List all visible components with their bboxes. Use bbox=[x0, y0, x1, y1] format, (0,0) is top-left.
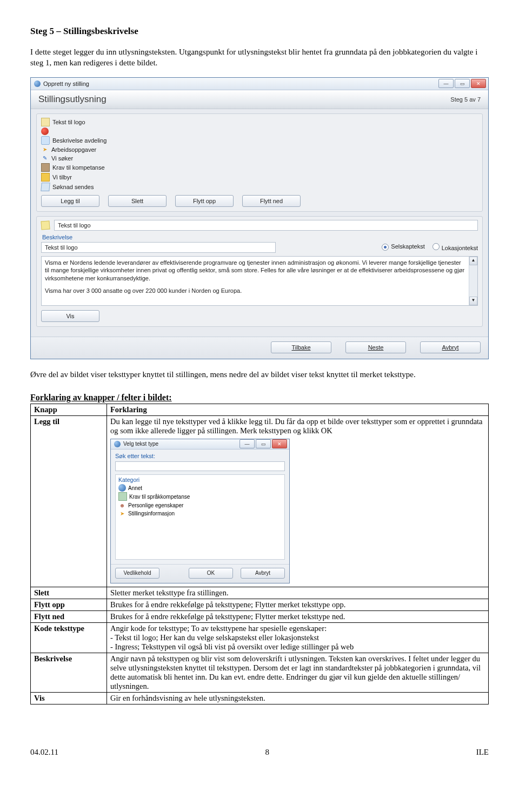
row-text-vis: Gir en forhåndsvisning av hele utlysning… bbox=[107, 692, 489, 704]
description-textarea[interactable]: Visma er Nordens ledende leverandører av… bbox=[41, 256, 478, 306]
list-item-label: Søknad sendes bbox=[52, 184, 94, 190]
move-up-button[interactable]: Flytt opp bbox=[175, 195, 234, 207]
chat-icon bbox=[41, 136, 50, 145]
explanation-section-title: Forklaring av knapper / felter i bildet: bbox=[30, 393, 489, 402]
list-item-label: Vi søker bbox=[51, 155, 73, 162]
scrollbar[interactable]: ▲ ▼ bbox=[469, 257, 477, 305]
arrow-icon: ➤ bbox=[41, 146, 49, 153]
row-text-flytt-opp: Brukes for å endre rekkefølge på tekstty… bbox=[107, 599, 489, 610]
next-button[interactable]: Neste bbox=[345, 341, 406, 353]
window-titlebar: Opprett ny stilling — ▭ ✕ bbox=[31, 78, 488, 90]
list-item[interactable]: Tekst til logo bbox=[41, 117, 478, 127]
main-window: Opprett ny stilling — ▭ ✕ Stillingsutlys… bbox=[30, 77, 489, 359]
list-item[interactable] bbox=[41, 127, 478, 136]
popup-search-input[interactable] bbox=[115, 461, 285, 471]
popup-app-icon bbox=[114, 441, 121, 447]
table-row: Flytt opp Brukes for å endre rekkefølge … bbox=[31, 599, 489, 610]
popup-maintain-button[interactable]: Vedlikehold bbox=[115, 568, 159, 579]
delete-button[interactable]: Slett bbox=[108, 195, 167, 207]
app-icon bbox=[34, 80, 41, 87]
window-maximize-button[interactable]: ▭ bbox=[455, 79, 470, 88]
list-item-label: Krav til kompetanse bbox=[52, 164, 105, 171]
row-label-flytt-opp: Flytt opp bbox=[31, 599, 107, 610]
description-label: Beskrivelse bbox=[42, 234, 478, 240]
radio-lokasjontekst[interactable]: Lokasjontekst bbox=[432, 243, 478, 251]
row-text-slett: Sletter merket teksttype fra stillingen. bbox=[107, 587, 489, 599]
row-text-kode: Angir kode for teksttype; To av teksttyp… bbox=[107, 622, 489, 653]
popup-list-item[interactable]: Krav til språkkompetanse bbox=[118, 492, 282, 501]
row-text-beskrivelse: Angir navn på teksttypen og blir vist so… bbox=[107, 653, 489, 692]
popup-title: Velg tekst type bbox=[123, 441, 239, 447]
gift-icon bbox=[41, 173, 50, 182]
world-icon bbox=[118, 484, 126, 492]
person-icon: ☻ bbox=[118, 501, 126, 509]
cancel-button[interactable]: Avbryt bbox=[420, 341, 481, 353]
list-item[interactable]: ➤Arbeidsoppgaver bbox=[41, 145, 478, 154]
popup-list-item[interactable]: ☻Personlige egenskaper bbox=[118, 501, 282, 509]
list-item[interactable]: Beskrivelse avdeling bbox=[41, 136, 478, 145]
scroll-up-icon[interactable]: ▲ bbox=[469, 257, 477, 265]
popup-search-label: Søk etter tekst: bbox=[115, 453, 285, 459]
row-label-vis: Vis bbox=[31, 692, 107, 704]
popup-titlebar: Velg tekst type — ▭ ✕ bbox=[111, 439, 289, 449]
row-label-beskrivelse: Beskrivelse bbox=[31, 653, 107, 692]
book-icon bbox=[41, 163, 50, 172]
radio-selskaptekst[interactable]: Selskaptekst bbox=[382, 243, 424, 251]
scroll-down-icon[interactable]: ▼ bbox=[469, 297, 477, 305]
window-minimize-button[interactable]: — bbox=[438, 79, 454, 88]
code-input[interactable]: Tekst til logo bbox=[54, 220, 478, 231]
preview-button[interactable]: Vis bbox=[41, 310, 99, 322]
doc-icon bbox=[41, 118, 50, 126]
texttype-detail-panel: Tekst til logo Beskrivelse Tekst til log… bbox=[36, 216, 483, 327]
move-down-button[interactable]: Flytt ned bbox=[242, 195, 301, 207]
table-row: Flytt ned Brukes for å endre rekkefølge … bbox=[31, 610, 489, 622]
info-icon: ➤ bbox=[118, 509, 126, 517]
popup-ok-button[interactable]: OK bbox=[189, 568, 233, 579]
table-row: Slett Sletter merket teksttype fra still… bbox=[31, 587, 489, 599]
row-text-legg-til: Du kan legge til nye teksttyper ved å kl… bbox=[110, 417, 485, 435]
list-item-label: Tekst til logo bbox=[52, 119, 85, 125]
step-title: Steg 5 – Stillingsbeskrivelse bbox=[30, 26, 489, 37]
folder-icon bbox=[118, 492, 127, 501]
footer-initials: ILE bbox=[476, 748, 489, 757]
table-row: Vis Gir en forhåndsvisning av hele utlys… bbox=[31, 692, 489, 704]
row-label-slett: Slett bbox=[31, 587, 107, 599]
step-indicator: Steg 5 av 7 bbox=[450, 96, 481, 103]
popup-category-list: Kategori Annet Krav til språkkompetanse … bbox=[115, 474, 285, 560]
row-text-flytt-ned: Brukes for å endre rekkefølge på tekstty… bbox=[107, 610, 489, 622]
middle-paragraph: Øvre del av bildet viser teksttyper knyt… bbox=[30, 369, 489, 380]
step-header: Stillingsutlysning Steg 5 av 7 bbox=[31, 90, 488, 109]
window-footer: Tilbake Neste Avbryt bbox=[31, 337, 488, 359]
dot-icon bbox=[41, 127, 49, 135]
footer-date: 04.02.11 bbox=[30, 748, 58, 757]
popup-maximize-button[interactable]: ▭ bbox=[256, 439, 271, 448]
list-item[interactable]: Krav til kompetanse bbox=[41, 163, 478, 172]
window-close-button[interactable]: ✕ bbox=[471, 79, 486, 88]
table-row: Beskrivelse Angir navn på teksttypen og … bbox=[31, 653, 489, 692]
popup-cancel-button[interactable]: Avbryt bbox=[241, 568, 285, 579]
popup-category-label: Kategori bbox=[118, 477, 282, 483]
row-label-flytt-ned: Flytt ned bbox=[31, 610, 107, 622]
table-row: Kode teksttype Angir kode for teksttype;… bbox=[31, 622, 489, 653]
explanation-table: Knapp Forklaring Legg til Du kan legge t… bbox=[30, 404, 489, 704]
window-title: Opprett ny stilling bbox=[43, 80, 438, 87]
list-item[interactable]: Vi tilbyr bbox=[41, 172, 478, 182]
mail-icon bbox=[41, 183, 50, 191]
popup-close-button[interactable]: ✕ bbox=[272, 439, 287, 448]
back-button[interactable]: Tilbake bbox=[271, 341, 331, 353]
popup-minimize-button[interactable]: — bbox=[239, 439, 255, 448]
list-item[interactable]: Søknad sendes bbox=[41, 182, 478, 192]
add-button[interactable]: Legg til bbox=[41, 195, 99, 207]
list-item-label: Beskrivelse avdeling bbox=[52, 137, 107, 144]
footer-page-number: 8 bbox=[265, 748, 270, 757]
description-text-1: Visma er Nordens ledende leverandører av… bbox=[45, 259, 467, 283]
list-item[interactable]: ✎Vi søker bbox=[41, 154, 478, 163]
table-header-forklaring: Forklaring bbox=[107, 404, 489, 415]
list-item-label: Arbeidsoppgaver bbox=[51, 146, 96, 153]
description-text-2: Visma har over 3 000 ansatte og over 220… bbox=[45, 287, 467, 295]
popup-list-item[interactable]: Annet bbox=[118, 484, 282, 492]
table-row: Legg til Du kan legge til nye teksttyper… bbox=[31, 415, 489, 587]
popup-list-item[interactable]: ➤Stillingsinformasjon bbox=[118, 509, 282, 518]
description-name-input[interactable]: Tekst til logo bbox=[41, 242, 276, 253]
table-header-knapp: Knapp bbox=[31, 404, 107, 415]
